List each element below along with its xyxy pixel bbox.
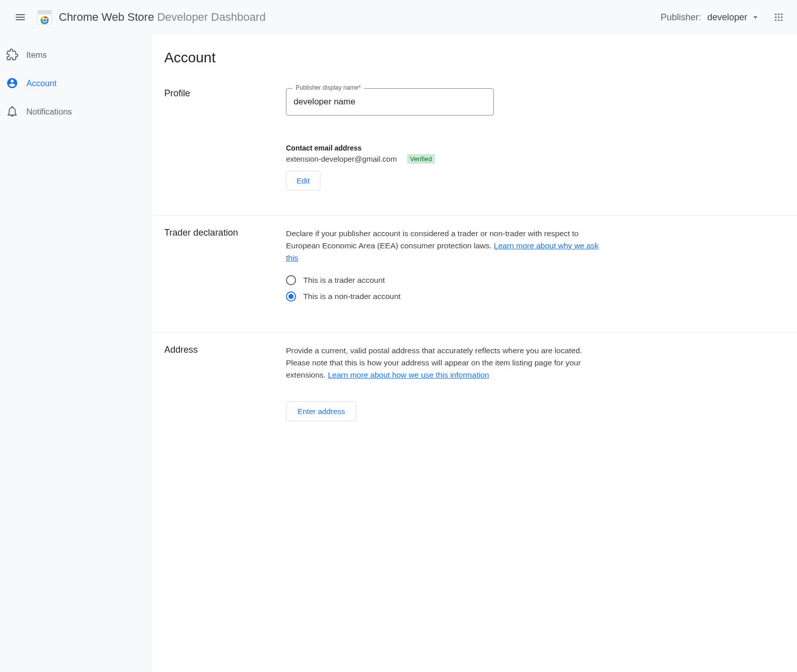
radio-label: This is a trader account: [303, 276, 385, 285]
email-label: Contact email address: [286, 144, 600, 152]
main-content: Account Profile Publisher display name* …: [152, 34, 797, 672]
sidebar-item-items[interactable]: Items: [0, 41, 146, 69]
app-title-sub: Developer Dashboard: [157, 11, 266, 24]
publisher-dropdown[interactable]: developer: [707, 12, 760, 23]
svg-point-3: [43, 19, 47, 22]
sidebar-item-notifications[interactable]: Notifications: [0, 97, 146, 126]
svg-point-9: [781, 16, 782, 18]
svg-point-6: [781, 14, 782, 15]
display-name-label: Publisher display name*: [293, 84, 364, 91]
sidebar: Items Account Notifications: [0, 34, 152, 672]
trader-radio-group: This is a trader account This is a non-t…: [286, 275, 600, 302]
menu-icon[interactable]: [8, 5, 32, 29]
sidebar-item-label: Items: [26, 50, 47, 60]
account-circle-icon: [6, 77, 18, 89]
sidebar-item-label: Notifications: [26, 107, 72, 117]
display-name-field[interactable]: Publisher display name*: [286, 88, 494, 116]
sidebar-item-account[interactable]: Account: [0, 69, 146, 97]
chevron-down-icon: [750, 12, 760, 22]
verified-badge: Verified: [407, 154, 435, 164]
radio-label: This is a non-trader account: [303, 292, 401, 301]
svg-point-10: [775, 19, 777, 21]
trader-section-title: Trader declaration: [164, 228, 286, 238]
non-trader-radio-option[interactable]: This is a non-trader account: [286, 291, 600, 302]
email-value: extension-developer@gmail.com: [286, 155, 397, 163]
svg-point-11: [778, 19, 779, 21]
app-title-main: Chrome Web Store: [59, 11, 154, 24]
profile-section: Profile Publisher display name* Contact …: [152, 76, 797, 215]
trader-description: Declare if your publisher account is con…: [286, 228, 600, 264]
svg-point-12: [781, 19, 782, 21]
trader-radio-option[interactable]: This is a trader account: [286, 275, 600, 285]
radio-icon: [286, 275, 296, 285]
address-description: Provide a current, valid postal address …: [286, 345, 600, 381]
address-section: Address Provide a current, valid postal …: [152, 332, 797, 445]
address-learn-more-link[interactable]: Learn more about how we use this informa…: [328, 370, 489, 379]
svg-point-4: [775, 14, 777, 15]
chrome-web-store-logo-icon: [37, 9, 53, 25]
svg-point-5: [778, 14, 779, 15]
svg-point-8: [778, 16, 779, 18]
header: Chrome Web Store Developer Dashboard Pub…: [0, 0, 797, 34]
display-name-input[interactable]: [294, 97, 486, 107]
radio-icon: [286, 291, 296, 302]
publisher-value: developer: [707, 12, 747, 23]
svg-point-7: [775, 16, 777, 18]
extension-icon: [6, 49, 18, 61]
enter-address-button[interactable]: Enter address: [286, 401, 356, 421]
page-title: Account: [152, 34, 797, 76]
profile-section-title: Profile: [164, 88, 286, 99]
publisher-label: Publisher:: [661, 12, 701, 23]
apps-grid-icon[interactable]: [769, 7, 789, 27]
address-section-title: Address: [164, 345, 286, 355]
sidebar-item-label: Account: [26, 79, 57, 88]
trader-section: Trader declaration Declare if your publi…: [152, 215, 797, 332]
bell-icon: [6, 105, 18, 118]
edit-email-button[interactable]: Edit: [286, 171, 320, 191]
svg-rect-0: [38, 10, 52, 14]
